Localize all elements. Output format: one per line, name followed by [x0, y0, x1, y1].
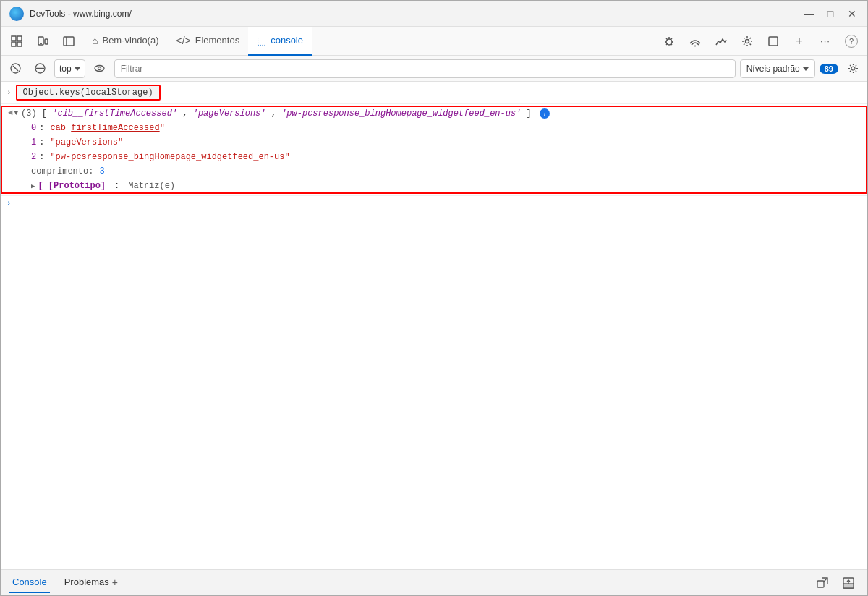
- console-icon: ⬚: [257, 35, 266, 46]
- sidebar-toggle-button[interactable]: [57, 30, 80, 53]
- svg-rect-6: [40, 43, 42, 44]
- item2-label: 2: [31, 152, 36, 162]
- context-label: top: [59, 64, 72, 74]
- eye-button[interactable]: [90, 59, 110, 79]
- item0-value: cab firstTimeAccessed": [50, 123, 164, 133]
- svg-line-12: [671, 38, 672, 40]
- svg-marker-24: [75, 67, 80, 71]
- array-item-1-row: 1 : "pageVersions": [2, 136, 866, 150]
- input-chevron-icon: ›: [7, 88, 12, 97]
- message-count-badge: 89: [820, 64, 838, 74]
- array-summary-text: (3) [ 'cib__firstTimeAccessed' , 'pageVe…: [21, 108, 550, 119]
- prototype-expand-icon[interactable]: ▶: [31, 182, 35, 190]
- ellipsis-icon: ···: [820, 35, 830, 46]
- detach-devtools-button[interactable]: [812, 573, 833, 593]
- svg-rect-1: [17, 36, 22, 41]
- console-output-block: ◄ ▶ (3) [ 'cib__firstTimeAccessed' , 'pa…: [1, 106, 867, 194]
- console-next-input-row: ›: [1, 195, 867, 210]
- filter-input[interactable]: [114, 59, 736, 78]
- svg-point-18: [746, 39, 749, 43]
- key1: 'pageVersions': [193, 108, 266, 119]
- minimize-button[interactable]: —: [802, 7, 815, 20]
- array-item-0-row: 0 : cab firstTimeAccessed": [2, 122, 866, 136]
- prototype-row: ▶ [ [Protótipo] : Matriz(e): [2, 179, 866, 192]
- more-options-button[interactable]: ···: [814, 30, 837, 53]
- svg-point-28: [851, 67, 855, 70]
- elements-icon: </>: [176, 35, 191, 46]
- svg-rect-29: [817, 581, 824, 587]
- close-button[interactable]: ✕: [846, 7, 859, 20]
- inspect-element-button[interactable]: [5, 30, 28, 53]
- log-levels-label: Níveis padrão: [746, 64, 800, 74]
- length-value: 3: [99, 166, 104, 176]
- app-logo: [9, 7, 24, 21]
- tab-elements[interactable]: </> Elementos: [168, 27, 249, 56]
- settings-gear-button[interactable]: [736, 30, 759, 53]
- svg-point-17: [694, 45, 696, 46]
- svg-rect-5: [45, 39, 48, 44]
- item1-value: "pageVersions": [50, 137, 123, 148]
- device-emulation-button[interactable]: [31, 30, 54, 53]
- dock-devtools-button[interactable]: [838, 573, 859, 593]
- svg-rect-19: [769, 37, 778, 46]
- svg-point-25: [95, 66, 104, 72]
- tab-welcome[interactable]: ⌂ Bem-vindo(a): [83, 27, 168, 56]
- chevron-down-icon: [75, 66, 80, 72]
- item1-colon: :: [39, 137, 44, 148]
- bottom-tab-console[interactable]: Console: [9, 572, 50, 593]
- network-button[interactable]: [684, 30, 707, 53]
- context-selector[interactable]: top: [54, 59, 85, 78]
- expand-triangle-icon[interactable]: ▶: [12, 111, 20, 114]
- svg-rect-0: [12, 36, 16, 41]
- tab-elements-label: Elementos: [195, 35, 239, 46]
- performance-button[interactable]: [710, 30, 733, 53]
- bottom-problems-label: Problemas: [64, 576, 109, 587]
- array-bracket-open: [: [42, 108, 47, 119]
- bugs-button[interactable]: [658, 30, 681, 53]
- main-toolbar: ⌂ Bem-vindo(a) </> Elementos ⬚ console: [1, 27, 867, 56]
- info-icon[interactable]: i: [540, 108, 550, 119]
- help-button[interactable]: ?: [840, 30, 863, 53]
- clear-console-button[interactable]: [5, 59, 25, 79]
- bottom-bar: Console Problemas +: [1, 569, 867, 595]
- key0: 'cib__firstTimeAccessed': [52, 108, 177, 119]
- svg-line-30: [823, 578, 827, 582]
- item0-colon: :: [39, 123, 44, 133]
- prototype-colon: :: [114, 181, 119, 191]
- tab-welcome-label: Bem-vindo(a): [102, 35, 158, 46]
- plus-icon: +: [796, 35, 802, 48]
- chevron-down-icon2: [803, 66, 809, 72]
- help-icon: ?: [845, 35, 858, 48]
- svg-marker-27: [803, 67, 809, 71]
- array-count: (3): [21, 108, 42, 119]
- add-problem-icon: +: [112, 576, 118, 588]
- svg-point-26: [98, 67, 101, 70]
- svg-rect-32: [843, 584, 854, 588]
- svg-rect-7: [64, 37, 74, 46]
- bottom-right-controls: [812, 573, 859, 593]
- svg-rect-2: [12, 42, 16, 46]
- comma1: ,: [182, 108, 192, 119]
- tab-console[interactable]: ⬚ console: [248, 27, 312, 56]
- array-item-2-row: 2 : "pw-pcsresponse_bingHomepage_widgetf…: [2, 150, 866, 165]
- maximize-button[interactable]: □: [824, 7, 837, 20]
- title-bar: DevTools - www.bing.com/ — □ ✕: [1, 1, 867, 27]
- console-settings-button[interactable]: [843, 59, 863, 79]
- add-tab-button[interactable]: +: [788, 30, 811, 53]
- tab-bar: ⌂ Bem-vindo(a) </> Elementos ⬚ console: [83, 27, 655, 56]
- console-command: Object.keys(localStorage): [16, 85, 161, 101]
- log-levels-button[interactable]: Níveis padrão: [740, 59, 815, 78]
- item2-value: "pw-pcsresponse_bingHomepage_widgetfeed_…: [50, 152, 289, 162]
- filter-toggle-button[interactable]: [30, 59, 50, 79]
- expand-controls: ◄ ▶: [8, 108, 18, 117]
- svg-line-21: [13, 66, 18, 71]
- bottom-console-label: Console: [12, 576, 47, 587]
- item1-label: 1: [31, 137, 36, 148]
- array-summary-row: ◄ ▶ (3) [ 'cib__firstTimeAccessed' , 'pa…: [2, 107, 866, 122]
- layers-button[interactable]: [762, 30, 785, 53]
- prototype-label: [ [Protótipo]: [38, 181, 106, 191]
- home-icon: ⌂: [92, 35, 98, 46]
- array-bracket-close: ]: [527, 108, 532, 119]
- bottom-tab-problems[interactable]: Problemas +: [61, 572, 121, 594]
- svg-rect-3: [17, 42, 22, 46]
